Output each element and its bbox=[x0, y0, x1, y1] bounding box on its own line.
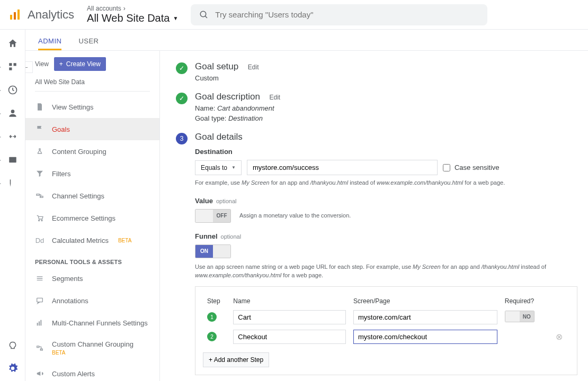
nav-content-grouping[interactable]: Content Grouping bbox=[25, 140, 159, 162]
dd-icon: Dd bbox=[35, 235, 44, 245]
destination-input[interactable] bbox=[247, 160, 438, 175]
svg-rect-16 bbox=[37, 298, 43, 302]
analytics-logo-icon bbox=[8, 8, 21, 21]
app-header: Analytics All accounts› All Web Site Dat… bbox=[0, 0, 588, 30]
breadcrumb[interactable]: All accounts› All Web Site Data▼ bbox=[87, 5, 178, 24]
col-required: Required? bbox=[502, 295, 552, 307]
funnel-help: Use an app screen name string or a web p… bbox=[195, 262, 577, 280]
check-icon: ✓ bbox=[176, 93, 188, 104]
discover-icon[interactable] bbox=[6, 340, 19, 352]
step-badge: 1 bbox=[207, 312, 217, 322]
value-label: Valueoptional bbox=[195, 197, 577, 205]
svg-rect-21 bbox=[40, 349, 42, 350]
acquisition-icon[interactable]: ▸ bbox=[6, 130, 19, 143]
beta-badge: BETA bbox=[52, 350, 65, 356]
search-input[interactable] bbox=[215, 10, 479, 19]
destination-label: Destination bbox=[195, 148, 577, 156]
step-name-input[interactable] bbox=[233, 330, 346, 344]
step-setup-value: Custom bbox=[195, 74, 577, 82]
nav-custom-channel[interactable]: Custom Channel GroupingBETA bbox=[25, 334, 159, 362]
svg-point-9 bbox=[11, 110, 14, 113]
conversions-icon[interactable]: ▸ bbox=[6, 177, 19, 189]
svg-line-4 bbox=[206, 16, 208, 18]
segments-icon bbox=[35, 274, 44, 283]
value-help: Assign a monetary value to the conversio… bbox=[239, 211, 351, 220]
svg-rect-20 bbox=[37, 346, 39, 348]
nav-view-settings[interactable]: View Settings bbox=[25, 96, 159, 118]
svg-rect-10 bbox=[9, 157, 16, 163]
destination-help: For example, use My Screen for an app an… bbox=[195, 178, 577, 187]
required-toggle[interactable]: NO bbox=[505, 311, 534, 322]
tab-bar: ADMIN USER bbox=[25, 30, 588, 51]
realtime-icon[interactable]: ▸ bbox=[6, 84, 19, 96]
delete-step-icon[interactable]: ⊗ bbox=[556, 332, 563, 341]
nav-custom-alerts[interactable]: Custom Alerts bbox=[25, 362, 159, 381]
funnel-steps-box: Step Name Screen/Page Required? 1 bbox=[195, 286, 577, 375]
svg-point-14 bbox=[39, 220, 40, 221]
funnel-row: 1 NO bbox=[204, 308, 568, 326]
home-icon[interactable] bbox=[6, 37, 19, 50]
sidebar: ← View + Create View All Web Site Data V… bbox=[25, 51, 160, 381]
breadcrumb-main[interactable]: All Web Site Data▼ bbox=[87, 12, 178, 24]
svg-rect-2 bbox=[17, 10, 20, 20]
nav-rail: ▸ ▸ ▸ ▸ ▸ ▸ bbox=[0, 30, 25, 381]
match-type-select[interactable]: Equals to▼ bbox=[195, 160, 242, 175]
caret-down-icon: ▼ bbox=[231, 165, 236, 170]
caret-down-icon: ▼ bbox=[173, 15, 178, 21]
add-step-button[interactable]: + Add another Step bbox=[203, 352, 269, 367]
nav-filters[interactable]: Filters bbox=[25, 162, 159, 185]
view-name[interactable]: All Web Site Data bbox=[35, 76, 150, 92]
customization-icon[interactable]: ▸ bbox=[6, 60, 19, 73]
tab-user[interactable]: USER bbox=[78, 37, 99, 50]
search-bar[interactable] bbox=[191, 4, 487, 25]
plus-icon: + bbox=[59, 60, 63, 68]
svg-rect-5 bbox=[9, 63, 12, 66]
cart-icon bbox=[35, 213, 44, 223]
create-view-button[interactable]: + Create View bbox=[54, 57, 106, 71]
admin-gear-icon[interactable] bbox=[6, 362, 19, 375]
nav-calculated-metrics[interactable]: DdCalculated MetricsBETA bbox=[25, 229, 159, 251]
funnel-toggle[interactable]: ON bbox=[195, 244, 231, 258]
tab-admin[interactable]: ADMIN bbox=[38, 37, 61, 50]
breadcrumb-top: All accounts› bbox=[87, 5, 178, 12]
svg-point-3 bbox=[201, 11, 207, 17]
step-title: Goal description bbox=[195, 92, 260, 102]
chevron-right-icon: › bbox=[123, 5, 126, 12]
search-icon bbox=[199, 10, 209, 20]
svg-rect-18 bbox=[39, 321, 40, 325]
beta-badge: BETA bbox=[118, 238, 131, 243]
edit-link[interactable]: Edit bbox=[248, 64, 259, 71]
case-sensitive-checkbox[interactable]: Case sensitive bbox=[443, 164, 500, 171]
nav-goals[interactable]: Goals bbox=[25, 118, 159, 140]
value-toggle[interactable]: OFF bbox=[195, 209, 231, 223]
step-number: 3 bbox=[176, 133, 188, 144]
funnel-icon bbox=[35, 169, 44, 178]
bars-icon bbox=[35, 318, 44, 328]
svg-point-15 bbox=[41, 220, 42, 221]
step-name-input[interactable] bbox=[233, 310, 346, 324]
goal-name-line: Name: Cart abandonment bbox=[195, 104, 577, 112]
step-title: Goal setup bbox=[195, 61, 238, 72]
svg-rect-19 bbox=[40, 320, 41, 326]
edit-link[interactable]: Edit bbox=[269, 94, 280, 101]
audience-icon[interactable]: ▸ bbox=[6, 107, 19, 120]
brand-name: Analytics bbox=[28, 8, 74, 22]
svg-rect-7 bbox=[9, 68, 12, 70]
nav-multichannel[interactable]: Multi-Channel Funnels Settings bbox=[25, 312, 159, 334]
svg-rect-6 bbox=[13, 63, 16, 66]
megaphone-icon bbox=[35, 369, 44, 378]
nav-annotations[interactable]: Annotations bbox=[25, 289, 159, 312]
annotations-icon bbox=[35, 296, 44, 305]
funnel-label: Funneloptional bbox=[195, 232, 577, 240]
behavior-icon[interactable]: ▸ bbox=[6, 153, 19, 166]
step-goal-details: 3 Goal details Destination Equals to▼ Ca… bbox=[176, 132, 577, 381]
grouping-icon bbox=[35, 147, 44, 156]
step-goal-description: ✓ Goal description Edit Name: Cart aband… bbox=[176, 92, 577, 122]
step-page-input[interactable] bbox=[353, 330, 497, 344]
document-icon bbox=[35, 102, 44, 112]
nav-ecommerce-settings[interactable]: Ecommerce Settings bbox=[25, 207, 159, 229]
nav-channel-settings[interactable]: Channel Settings bbox=[25, 185, 159, 207]
back-button[interactable]: ← bbox=[25, 61, 33, 73]
nav-segments[interactable]: Segments bbox=[25, 267, 159, 289]
step-page-input[interactable] bbox=[353, 310, 497, 324]
